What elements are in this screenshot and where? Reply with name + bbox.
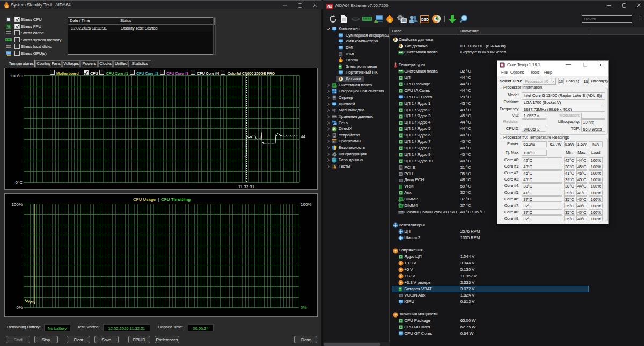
svg-text:|: |	[158, 197, 159, 202]
svg-text:0%: 0%	[301, 305, 307, 310]
svg-text:11:32:31: 11:32:31	[238, 184, 255, 189]
svg-text:100%: 100%	[301, 202, 311, 207]
svg-text:0°C: 0°C	[16, 180, 23, 185]
svg-text:CPU Usage: CPU Usage	[133, 197, 156, 202]
svg-text:100%: 100%	[12, 202, 23, 207]
svg-text:0%: 0%	[16, 305, 23, 310]
svg-text:OSD: OSD	[421, 18, 429, 21]
svg-text:100°C: 100°C	[11, 74, 23, 78]
svg-text:CPU Throttling: CPU Throttling	[161, 197, 191, 202]
svg-text:44: 44	[301, 134, 305, 139]
